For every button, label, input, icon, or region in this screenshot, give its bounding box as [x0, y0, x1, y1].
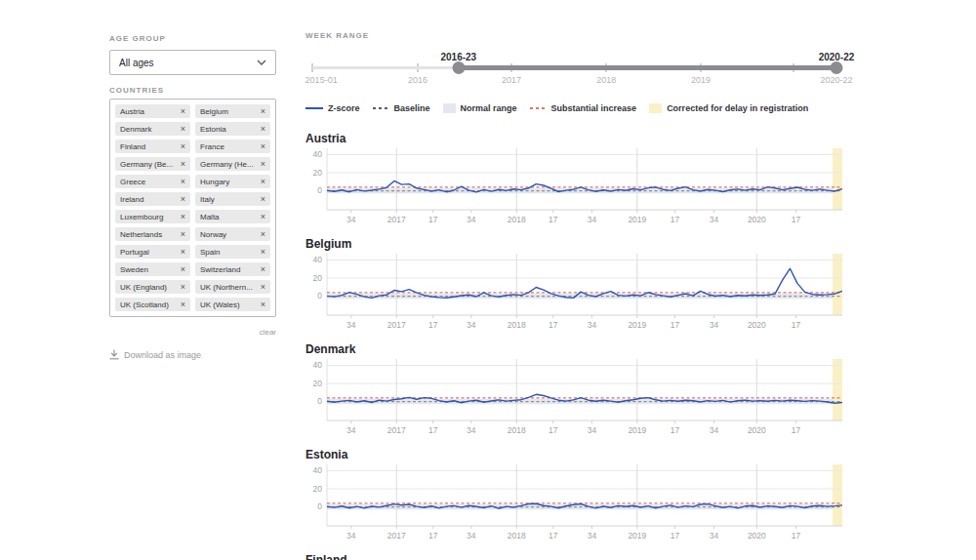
corrected-delay-swatch: [649, 103, 662, 113]
svg-text:17: 17: [428, 531, 438, 540]
charts-list: Austria020403420171734201817342019173420…: [305, 133, 872, 560]
svg-text:2019: 2019: [628, 215, 646, 224]
country-chip: Luxembourg×: [115, 210, 190, 223]
country-chip-label: Sweden: [120, 265, 148, 274]
slider-axis-tick: 2020-22: [820, 75, 852, 85]
chart-denmark: Denmark020403420171734201817342019173420…: [305, 343, 872, 436]
country-chip: Ireland×: [115, 192, 190, 206]
country-chip-label: UK (Wales): [200, 300, 240, 309]
remove-country-icon[interactable]: ×: [261, 213, 265, 220]
remove-country-icon[interactable]: ×: [181, 125, 185, 133]
svg-text:17: 17: [792, 531, 801, 540]
remove-country-icon[interactable]: ×: [181, 107, 185, 115]
remove-country-icon[interactable]: ×: [181, 178, 185, 185]
country-chip: UK (Scotland)×: [115, 298, 190, 311]
remove-country-icon[interactable]: ×: [261, 107, 265, 115]
chart-legend: Z-score Baseline Normal range Substantia…: [305, 103, 872, 113]
remove-country-icon[interactable]: ×: [261, 178, 265, 185]
week-range-label: WEEK RANGE: [305, 31, 369, 40]
country-chip: Germany (Be...×: [115, 157, 190, 171]
chart-title: Finland: [305, 554, 872, 560]
country-chip-label: Germany (Be...: [120, 160, 173, 169]
svg-text:2018: 2018: [508, 215, 526, 224]
country-chip: Italy×: [195, 192, 270, 206]
chart-belgium: Belgium020403420171734201817342019173420…: [305, 238, 872, 331]
remove-country-icon[interactable]: ×: [261, 125, 265, 133]
remove-country-icon[interactable]: ×: [261, 300, 265, 308]
charts-panel: WEEK RANGE 2016-23 2020-22 2015-01201620…: [305, 24, 872, 560]
legend-label: Z-score: [328, 103, 360, 113]
country-chip: Austria×: [115, 104, 190, 118]
countries-label: COUNTRIES: [109, 86, 276, 95]
age-group-select[interactable]: All ages: [109, 50, 276, 75]
remove-country-icon[interactable]: ×: [181, 160, 185, 168]
svg-text:17: 17: [549, 531, 558, 540]
svg-text:34: 34: [467, 320, 476, 330]
remove-country-icon[interactable]: ×: [181, 230, 185, 238]
svg-text:34: 34: [346, 425, 356, 435]
legend-item-corrected: Corrected for delay in registration: [649, 103, 808, 113]
remove-country-icon[interactable]: ×: [261, 230, 265, 238]
remove-country-icon[interactable]: ×: [261, 142, 265, 150]
svg-text:20: 20: [313, 484, 323, 494]
country-chip: Finland×: [115, 140, 190, 153]
svg-text:34: 34: [467, 531, 476, 540]
remove-country-icon[interactable]: ×: [181, 283, 185, 291]
country-chip-label: Estonia: [200, 125, 226, 134]
country-chip: UK (Wales)×: [195, 298, 270, 311]
chart-estonia: Estonia020403420171734201817342019173420…: [305, 449, 872, 541]
remove-country-icon[interactable]: ×: [181, 213, 185, 220]
svg-text:0: 0: [317, 185, 322, 195]
country-chip-label: Netherlands: [120, 230, 162, 239]
svg-text:2020: 2020: [748, 320, 766, 330]
slider-handle-start[interactable]: [452, 61, 465, 74]
remove-country-icon[interactable]: ×: [181, 195, 185, 203]
svg-text:34: 34: [710, 215, 719, 224]
svg-text:2018: 2018: [508, 320, 526, 330]
chart-finland: Finland020403420171734201817342019173420…: [305, 554, 872, 560]
zscore-chart-plot: 0204034201717342018173420191734202017: [305, 359, 849, 436]
chart-title: Estonia: [305, 449, 872, 461]
svg-text:34: 34: [710, 320, 719, 330]
download-as-image-button[interactable]: Download as image: [109, 349, 276, 360]
svg-text:34: 34: [467, 215, 476, 224]
svg-text:2019: 2019: [628, 320, 646, 330]
svg-text:2018: 2018: [508, 531, 526, 540]
country-chip: Estonia×: [195, 122, 270, 136]
clear-countries-button[interactable]: clear: [260, 328, 276, 337]
country-chip: Malta×: [195, 210, 270, 223]
zscore-chart-plot: 0204034201717342018173420191734202017: [305, 464, 849, 541]
baseline-dash-swatch: [373, 107, 389, 109]
age-group-value: All ages: [119, 58, 154, 68]
chart-austria: Austria020403420171734201817342019173420…: [305, 133, 872, 225]
svg-text:17: 17: [792, 215, 801, 224]
country-chip-label: Ireland: [120, 195, 143, 204]
country-chip-label: Luxembourg: [120, 213, 163, 221]
country-chip: UK (Northern...×: [195, 280, 270, 294]
legend-label: Substantial increase: [551, 103, 637, 113]
remove-country-icon[interactable]: ×: [181, 265, 185, 273]
country-chip: Spain×: [195, 245, 270, 259]
svg-text:17: 17: [428, 215, 438, 224]
remove-country-icon[interactable]: ×: [261, 265, 265, 273]
remove-country-icon[interactable]: ×: [261, 195, 265, 203]
remove-country-icon[interactable]: ×: [181, 248, 185, 256]
remove-country-icon[interactable]: ×: [261, 283, 265, 291]
svg-text:40: 40: [313, 465, 323, 475]
svg-text:17: 17: [549, 320, 558, 330]
svg-text:40: 40: [313, 360, 323, 370]
zscore-chart-plot: 0204034201717342018173420191734202017: [305, 254, 849, 331]
remove-country-icon[interactable]: ×: [261, 248, 265, 256]
svg-text:17: 17: [792, 425, 801, 435]
country-chip: Portugal×: [115, 245, 190, 259]
svg-text:17: 17: [671, 320, 680, 330]
country-chip-label: Portugal: [120, 248, 149, 257]
slider-handle-end[interactable]: [831, 61, 843, 74]
remove-country-icon[interactable]: ×: [181, 142, 185, 150]
legend-item-substantial-increase: Substantial increase: [530, 103, 637, 113]
slider-selected-range[interactable]: [459, 65, 836, 70]
remove-country-icon[interactable]: ×: [181, 300, 185, 308]
remove-country-icon[interactable]: ×: [261, 160, 265, 168]
week-range-slider[interactable]: 2016-23 2020-22 2015-0120162017201820192…: [305, 44, 872, 87]
country-chip-label: Germany (He...: [200, 160, 254, 169]
